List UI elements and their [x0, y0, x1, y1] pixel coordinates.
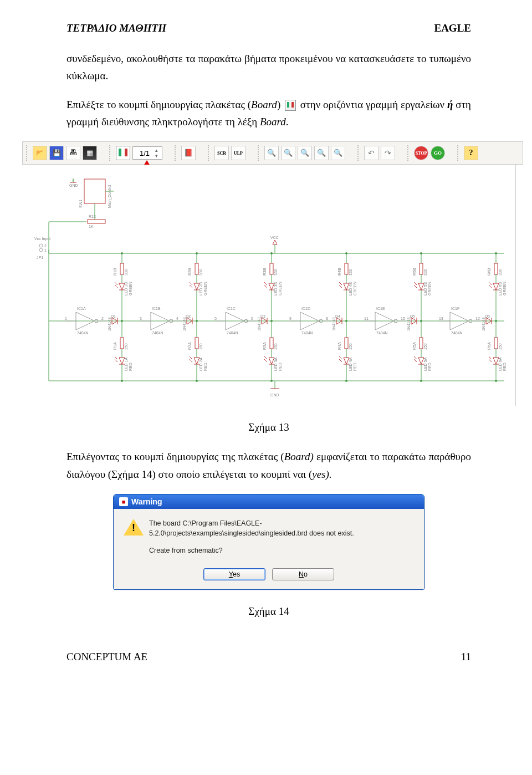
cam-icon[interactable] — [83, 146, 97, 160]
toolbar-handle[interactable] — [208, 145, 211, 161]
svg-point-129 — [270, 320, 273, 322]
svg-point-95 — [196, 380, 198, 382]
svg-text:IC1C: IC1C — [227, 307, 236, 310]
svg-line-172 — [414, 282, 417, 285]
yes-button[interactable]: Yes — [203, 568, 265, 580]
toolbar-handle[interactable] — [457, 145, 461, 161]
svg-rect-166 — [420, 263, 423, 274]
svg-text:R1B: R1B — [113, 268, 117, 276]
zoom-select[interactable]: ▴▾ — [132, 146, 162, 160]
stop-button[interactable]: STOP — [414, 146, 428, 160]
footer-right: 11 — [461, 651, 471, 663]
dialog-message-2: Create from schematic? — [149, 546, 414, 556]
svg-point-12 — [39, 248, 43, 252]
svg-rect-201 — [494, 263, 498, 274]
save-icon[interactable]: 💾 — [49, 146, 64, 160]
svg-point-93 — [196, 252, 198, 254]
open-icon[interactable]: 📂 — [33, 146, 47, 160]
svg-text:D1: D1 — [111, 314, 116, 318]
toolbar-handle[interactable] — [26, 145, 29, 161]
zoom-select-icon[interactable] — [331, 146, 345, 160]
zoom-in-icon[interactable] — [281, 146, 295, 160]
svg-line-207 — [489, 282, 492, 285]
svg-text:1: 1 — [44, 248, 47, 252]
svg-text:2: 2 — [101, 317, 104, 320]
svg-text:1N4148: 1N4148 — [482, 318, 485, 332]
svg-line-124 — [264, 359, 267, 362]
dialog-titlebar[interactable]: ■ Warning — [114, 494, 424, 509]
svg-rect-131 — [345, 263, 348, 274]
svg-text:6: 6 — [251, 317, 253, 320]
svg-text:13: 13 — [439, 317, 443, 320]
svg-text:2: 2 — [44, 244, 47, 248]
svg-text:1N4148: 1N4148 — [257, 318, 261, 332]
no-button[interactable]: No — [272, 568, 334, 580]
help-icon[interactable]: ? — [464, 146, 478, 160]
svg-line-67 — [190, 282, 192, 285]
toolbar-handle[interactable] — [407, 145, 411, 161]
svg-line-229 — [489, 359, 492, 362]
svg-text:150: 150 — [349, 344, 352, 350]
paragraph-2: Επιλέξτε το κουμπί δημιουργίας πλακέτας … — [66, 96, 471, 131]
undo-icon[interactable] — [364, 146, 378, 160]
svg-text:150: 150 — [199, 344, 203, 350]
svg-line-194 — [414, 359, 417, 362]
svg-text:RED: RED — [503, 363, 507, 371]
svg-rect-153 — [345, 338, 348, 349]
dialog-app-icon: ■ — [119, 497, 128, 506]
svg-point-165 — [345, 380, 347, 382]
svg-line-173 — [414, 285, 417, 288]
zoom-input[interactable] — [134, 149, 155, 158]
toolbar-handle[interactable] — [258, 145, 261, 161]
footer-left: CONCEPTUM AE — [66, 651, 147, 663]
svg-line-138 — [339, 285, 342, 288]
svg-rect-48 — [120, 338, 124, 349]
svg-text:7404N: 7404N — [152, 331, 163, 335]
svg-text:D2: D2 — [186, 314, 191, 318]
svg-text:LED 4B: LED 4B — [349, 282, 352, 295]
svg-text:1N4148: 1N4148 — [407, 318, 411, 332]
svg-text:150: 150 — [423, 344, 427, 350]
svg-text:GREEN: GREEN — [278, 282, 282, 295]
go-button[interactable]: GO — [431, 146, 445, 160]
scr-button[interactable]: SCR — [214, 146, 229, 160]
svg-text:R3B: R3B — [263, 268, 267, 276]
svg-text:GREEN: GREEN — [203, 282, 207, 295]
zoom-out-icon[interactable] — [298, 146, 312, 160]
svg-line-158 — [339, 356, 342, 359]
warning-dialog: ■ Warning The board C:\Program Files\EAG… — [113, 494, 424, 590]
svg-point-130 — [270, 380, 273, 382]
svg-point-233 — [495, 252, 497, 254]
svg-text:1K: 1K — [89, 225, 94, 228]
svg-text:7404N: 7404N — [77, 331, 89, 335]
header-right: EAGLE — [434, 22, 471, 34]
svg-text:D5: D5 — [410, 314, 415, 318]
svg-line-103 — [264, 285, 267, 288]
figure-caption-13: Σχήμα 13 — [66, 421, 471, 434]
svg-text:5: 5 — [214, 317, 217, 320]
library-icon[interactable] — [181, 146, 196, 160]
svg-text:330: 330 — [274, 269, 278, 276]
svg-line-88 — [190, 356, 192, 359]
zoom-redraw-icon[interactable] — [314, 146, 329, 160]
svg-text:9: 9 — [289, 317, 291, 320]
svg-line-193 — [414, 356, 417, 359]
zoom-fit-icon[interactable] — [264, 146, 279, 160]
svg-rect-26 — [120, 263, 124, 274]
redo-icon[interactable] — [381, 146, 395, 160]
svg-text:R3A: R3A — [263, 342, 267, 350]
svg-text:VCC: VCC — [270, 236, 279, 239]
svg-text:RED: RED — [203, 363, 207, 371]
svg-point-164 — [345, 320, 347, 322]
ulp-button[interactable]: ULP — [231, 146, 245, 160]
paragraph-3: Επιλέγοντας το κουμπί δημιουργίας της πλ… — [66, 448, 471, 483]
board-button[interactable] — [116, 146, 130, 160]
print-icon[interactable] — [66, 146, 80, 160]
toolbar-handle[interactable] — [357, 145, 361, 161]
toolbar-handle[interactable] — [109, 145, 112, 161]
svg-text:8: 8 — [326, 317, 328, 320]
svg-text:R5A: R5A — [412, 342, 416, 350]
toolbar-handle[interactable] — [175, 145, 178, 161]
svg-text:R6A: R6A — [487, 342, 491, 350]
svg-rect-188 — [420, 338, 423, 349]
